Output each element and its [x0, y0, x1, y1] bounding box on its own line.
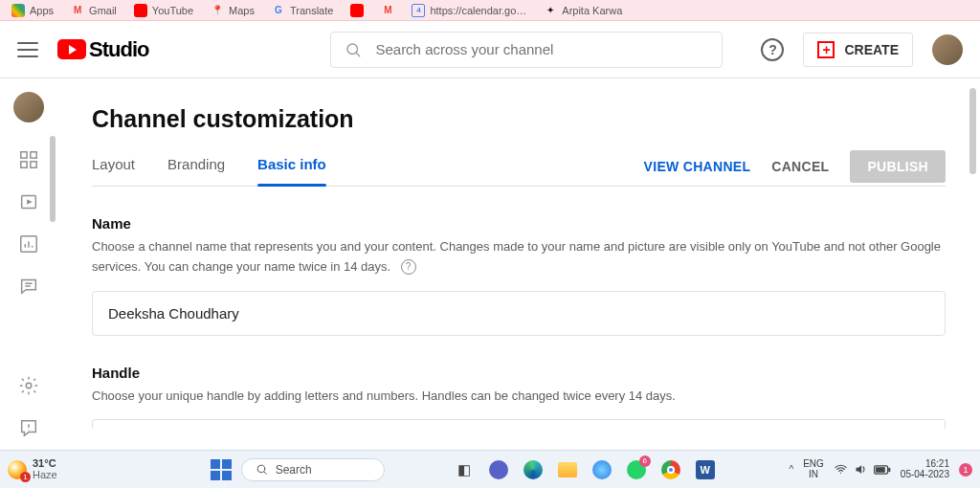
taskbar-center: Search ◧ 6 W — [211, 457, 780, 482]
start-button[interactable] — [211, 459, 232, 480]
bookmark-translate[interactable]: GTranslate — [272, 4, 333, 17]
word-icon[interactable]: W — [693, 457, 718, 482]
page-actions: VIEW CHANNEL CANCEL PUBLISH — [644, 150, 946, 183]
channel-avatar[interactable] — [13, 92, 44, 122]
cancel-button[interactable]: CANCEL — [771, 159, 829, 174]
svg-marker-7 — [27, 199, 33, 205]
taskbar-weather[interactable]: 31°C Haze — [8, 458, 57, 480]
system-tray[interactable] — [834, 462, 891, 477]
youtube-studio-logo[interactable]: Studio — [57, 37, 148, 62]
publish-button: PUBLISH — [850, 150, 946, 183]
svg-line-18 — [263, 472, 266, 475]
handle-label: Handle — [92, 365, 946, 381]
taskbar-search-placeholder: Search — [276, 463, 312, 477]
create-plus-icon: + — [817, 41, 835, 58]
svg-point-19 — [840, 473, 841, 474]
menu-icon[interactable] — [17, 42, 38, 57]
account-avatar[interactable] — [932, 34, 963, 65]
weather-icon — [8, 460, 27, 479]
bookmark-apps[interactable]: Apps — [11, 4, 54, 17]
bookmark-youtube[interactable]: YouTube — [134, 4, 193, 17]
name-section: Name Choose a channel name that represen… — [92, 215, 946, 336]
file-explorer-icon[interactable] — [555, 457, 580, 482]
taskbar-search-icon — [256, 463, 268, 476]
content-icon[interactable] — [18, 191, 39, 212]
weather-temp: 31°C — [33, 458, 57, 470]
handle-description: Choose your unique handle by adding lett… — [92, 388, 676, 403]
task-view-icon[interactable]: ◧ — [452, 457, 477, 482]
bookmark-gmail-2[interactable]: M — [381, 4, 394, 17]
analytics-icon[interactable] — [18, 233, 39, 255]
channel-search[interactable] — [330, 32, 723, 68]
main-content: Channel customization Layout Branding Ba… — [57, 78, 980, 450]
battery-icon — [874, 464, 891, 476]
svg-point-14 — [26, 383, 32, 388]
volume-icon — [854, 462, 868, 477]
teams-icon[interactable] — [486, 457, 511, 482]
page-title: Channel customization — [92, 105, 946, 133]
dashboard-icon[interactable] — [18, 149, 39, 170]
help-icon[interactable]: ? — [761, 38, 784, 61]
comments-icon[interactable] — [18, 276, 39, 297]
edge-icon[interactable] — [521, 457, 546, 482]
taskbar-tray: ^ ENGIN 16:2105-04-2023 1 — [789, 459, 972, 479]
sidebar-scrollbar[interactable] — [50, 136, 56, 222]
studio-wordmark: Studio — [89, 37, 148, 62]
page-body: Channel customization Layout Branding Ba… — [0, 78, 980, 450]
create-button[interactable]: + CREATE — [803, 33, 913, 67]
language-indicator[interactable]: ENGIN — [803, 459, 824, 479]
name-label: Name — [92, 215, 946, 232]
studio-appbar: Studio ? + CREATE — [0, 21, 980, 78]
bookmark-youtube-2[interactable] — [350, 4, 364, 17]
tab-layout[interactable]: Layout — [92, 156, 135, 186]
taskbar-search[interactable]: Search — [241, 458, 385, 481]
svg-rect-21 — [888, 467, 890, 471]
handle-input-partial[interactable] — [92, 419, 946, 429]
customization-tabs: Layout Branding Basic info VIEW CHANNEL … — [92, 156, 946, 187]
name-description: Choose a channel name that represents yo… — [92, 239, 941, 274]
view-channel-button[interactable]: VIEW CHANNEL — [644, 159, 751, 174]
feedback-icon[interactable] — [18, 417, 39, 438]
svg-point-16 — [28, 430, 29, 431]
tab-basic-info[interactable]: Basic info — [257, 156, 326, 186]
wifi-icon — [834, 462, 848, 477]
settings-icon[interactable] — [18, 375, 39, 396]
chrome-icon[interactable] — [658, 457, 683, 482]
svg-line-1 — [357, 53, 360, 55]
create-label: CREATE — [844, 42, 899, 57]
youtube-play-icon — [57, 39, 86, 59]
whatsapp-icon[interactable]: 6 — [624, 457, 649, 482]
left-sidebar — [0, 78, 57, 450]
search-input[interactable] — [373, 40, 708, 58]
bookmark-maps[interactable]: 📍Maps — [211, 4, 255, 17]
bookmark-calendar[interactable]: 4https://calendar.go… — [412, 4, 526, 17]
browser-bookmarks-bar: Apps MGmail YouTube 📍Maps GTranslate M 4… — [0, 0, 980, 21]
handle-section: Handle Choose your unique handle by addi… — [92, 365, 946, 430]
main-scrollbar[interactable] — [969, 88, 976, 174]
bookmark-arpita[interactable]: ✦Arpita Karwa — [544, 4, 622, 17]
svg-rect-2 — [21, 152, 27, 158]
search-icon — [345, 41, 362, 58]
name-help-icon[interactable]: ? — [401, 259, 416, 275]
weather-cond: Haze — [33, 470, 57, 481]
channel-name-input[interactable]: Deeksha Choudhary — [92, 291, 946, 336]
clock[interactable]: 16:2105-04-2023 — [901, 459, 949, 479]
tab-branding[interactable]: Branding — [167, 156, 225, 186]
app-icon-1[interactable] — [590, 457, 614, 482]
svg-rect-5 — [31, 162, 36, 167]
svg-rect-22 — [876, 467, 885, 473]
svg-rect-4 — [21, 162, 27, 167]
windows-taskbar: 31°C Haze Search ◧ 6 W ^ ENGIN 16:2105-0… — [0, 450, 980, 488]
notifications-icon[interactable]: 1 — [959, 463, 972, 477]
tray-chevron-icon[interactable]: ^ — [789, 464, 793, 475]
svg-rect-3 — [31, 152, 36, 158]
bookmark-gmail[interactable]: MGmail — [71, 4, 117, 17]
